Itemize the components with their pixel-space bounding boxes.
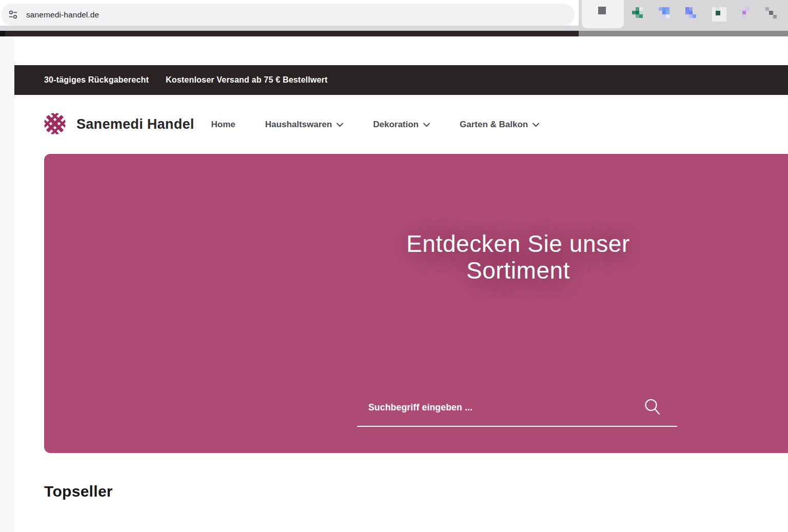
nav-label: Garten & Balkon (460, 120, 528, 130)
nav-label: Dekoration (373, 120, 419, 130)
url-bar[interactable]: sanemedi-handel.de (1, 4, 575, 26)
window-divider-corner (0, 31, 5, 36)
brand-name: Sanemedi Handel (76, 116, 194, 132)
nav-item-haushaltswaren[interactable]: Haushaltswaren (265, 120, 343, 130)
hero-content: Entdecken Sie unser Sortiment (353, 231, 683, 284)
brand-home-link[interactable]: Sanemedi Handel (44, 113, 194, 136)
pixelated-extensions-area (579, 0, 788, 31)
extension-icon-blue[interactable] (659, 7, 673, 22)
extension-icon-purple[interactable] (739, 7, 753, 22)
nav-item-dekoration[interactable]: Dekoration (373, 120, 430, 130)
hero-title: Entdecken Sie unser Sortiment (353, 231, 683, 284)
toolbar-bottom-edge (0, 26, 579, 31)
chevron-down-icon (423, 123, 430, 127)
topseller-heading: Topseller (14, 483, 788, 500)
nav-label: Haushaltswaren (265, 120, 332, 130)
announcement-shipping: Kostenloser Versand ab 75 € Bestellwert (166, 75, 328, 85)
announcement-returns: 30-tägiges Rückgaberecht (44, 75, 149, 85)
main-navigation: Home Haushaltswaren Dekoration Garten & … (211, 120, 540, 130)
extension-icon-indigo[interactable] (685, 7, 700, 22)
site-settings-tune-icon[interactable] (8, 9, 18, 20)
chevron-down-icon (533, 123, 539, 127)
brand-logo-icon (44, 113, 66, 136)
window-divider-dark (0, 31, 579, 36)
hero-title-line1: Entdecken Sie unser (353, 231, 683, 258)
search-icon (643, 398, 662, 417)
nav-label: Home (211, 120, 235, 130)
search-button[interactable] (643, 398, 677, 424)
extension-icon-gray[interactable] (765, 7, 780, 22)
url-text[interactable]: sanemedi-handel.de (26, 10, 99, 19)
pixelated-urlbar-end (582, 0, 624, 28)
hero-search (357, 396, 677, 427)
pixelated-icon (598, 7, 606, 14)
extension-icon-green[interactable] (632, 7, 646, 22)
chevron-down-icon (337, 123, 343, 127)
webpage-body: 30-tägiges Rückgaberecht Kostenloser Ver… (14, 36, 788, 532)
hero-title-line2: Sortiment (353, 258, 683, 284)
nav-item-home[interactable]: Home (211, 120, 235, 130)
hero-banner: Entdecken Sie unser Sortiment (44, 154, 788, 453)
announcement-bar: 30-tägiges Rückgaberecht Kostenloser Ver… (14, 65, 788, 95)
nav-item-garten-balkon[interactable]: Garten & Balkon (460, 120, 539, 130)
site-header: Sanemedi Handel Home Haushaltswaren Deko… (14, 95, 788, 154)
extension-icon-darkgreen[interactable] (712, 7, 726, 22)
webpage-viewport: 30-tägiges Rückgaberecht Kostenloser Ver… (0, 36, 788, 532)
window-divider-gray (579, 31, 788, 36)
search-input[interactable] (357, 402, 643, 420)
